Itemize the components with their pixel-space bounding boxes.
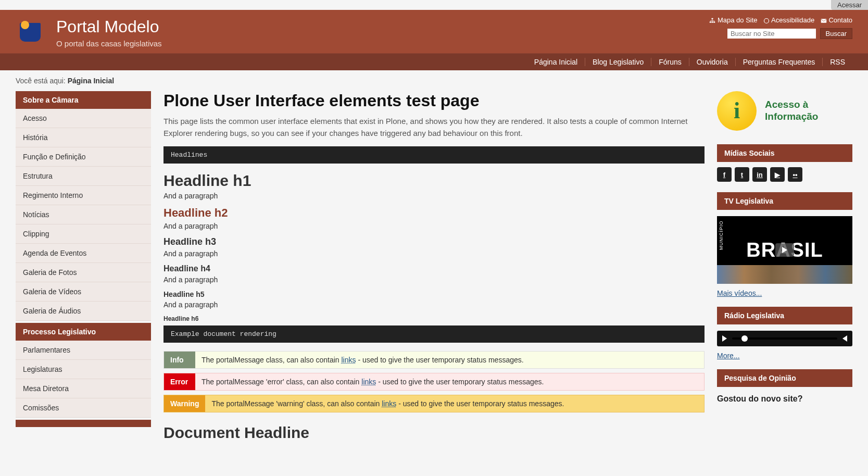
tv-video-thumb[interactable]: MUNICÍPIO BRASIL <box>717 216 852 284</box>
svg-rect-3 <box>714 21 715 22</box>
radio-player[interactable] <box>717 331 852 346</box>
nav-foruns[interactable]: Fóruns <box>651 58 689 66</box>
login-button[interactable]: Acessar <box>831 0 868 10</box>
info-access-banner[interactable]: i Acesso àInformação <box>717 91 852 135</box>
heading-h1: Headline h1 <box>163 172 705 190</box>
message-error: Error The portalMessage 'error' class, c… <box>163 373 705 391</box>
heading-h2: Headline h2 <box>163 206 705 220</box>
page-title: Plone User Interface elements test page <box>163 91 705 110</box>
portlet-poll-head: Pesquisa de Opinião <box>717 369 852 387</box>
sitemap-link[interactable]: Mapa do Site <box>709 16 759 24</box>
portlet-tv-head: TV Legislativa <box>717 192 852 210</box>
tv-municipio-label: MUNICÍPIO <box>719 221 724 250</box>
access-bar: Acessar <box>0 0 868 10</box>
svg-rect-1 <box>710 21 711 22</box>
poll-question: Gostou do novo site? <box>717 394 852 404</box>
nav-ouvidoria[interactable]: Ouvidoria <box>689 58 736 66</box>
accessibility-icon <box>763 18 770 24</box>
info-access-label: Acesso àInformação <box>765 99 818 123</box>
portlet-radio-head: Rádio Legislativa <box>717 307 852 324</box>
message-error-body: The portalMessage 'error' class, can als… <box>195 373 704 390</box>
twitter-icon[interactable]: t <box>735 167 749 182</box>
message-warning-label: Warning <box>164 395 205 412</box>
message-link[interactable]: links <box>382 399 396 408</box>
sidebar-item[interactable]: Galeria de Áudios <box>16 302 151 320</box>
breadcrumb-label: Você está aqui: <box>16 77 66 85</box>
linkedin-icon[interactable]: in <box>752 167 767 182</box>
youtube-icon[interactable]: ▶ <box>770 167 785 182</box>
sidebar-item[interactable]: Comissões <box>16 398 151 417</box>
message-link[interactable]: links <box>361 378 376 386</box>
paragraph: And a paragraph <box>163 222 705 230</box>
radio-volume-icon <box>842 335 847 342</box>
code-block: Example document rendering <box>163 325 705 343</box>
sitemap-icon <box>709 18 715 24</box>
sidebar-item[interactable]: Notícias <box>16 205 151 224</box>
nav-faq[interactable]: Perguntas Frequentes <box>736 58 823 66</box>
sidebar-item[interactable]: Clipping <box>16 224 151 243</box>
radio-track[interactable] <box>732 337 837 340</box>
sidebar-item[interactable]: Mesa Diretora <box>16 379 151 398</box>
svg-rect-2 <box>712 21 713 22</box>
message-info: Info The portalMessage class, can also c… <box>163 351 705 369</box>
svg-point-4 <box>764 18 769 23</box>
svg-rect-5 <box>821 19 827 23</box>
code-block: Headlines <box>163 146 705 164</box>
svg-rect-0 <box>712 18 713 19</box>
paragraph: And a paragraph <box>163 300 705 309</box>
sidebar-item[interactable]: Galeria de Vídeos <box>16 282 151 301</box>
sidebar-item[interactable]: Parlamentares <box>16 341 151 359</box>
message-info-label: Info <box>164 352 195 368</box>
facebook-icon[interactable]: f <box>717 167 732 182</box>
header-tools: Mapa do Site Acessibilidade Contato Busc… <box>705 16 852 39</box>
radio-more-link[interactable]: More... <box>717 352 852 360</box>
page-description: This page lists the common user interfac… <box>163 116 705 139</box>
nav-rss[interactable]: RSS <box>823 58 852 66</box>
sidebar-item[interactable]: Função e Definição <box>16 147 151 166</box>
radio-play-icon <box>722 335 727 342</box>
nav-home[interactable]: Página Inicial <box>527 58 585 66</box>
contact-link[interactable]: Contato <box>821 16 852 24</box>
sidebar-item[interactable]: Regimento Interno <box>16 186 151 205</box>
global-nav: Página Inicial Blog Legislativo Fóruns O… <box>0 53 868 70</box>
right-column: i Acesso àInformação Mídias Sociais f t … <box>717 91 852 404</box>
breadcrumb-current: Página Inicial <box>68 77 114 85</box>
nav-list-legislative: Parlamentares Legislaturas Mesa Diretora… <box>16 341 151 418</box>
sidebar-item[interactable]: Acesso <box>16 109 151 128</box>
search-input[interactable] <box>727 29 816 39</box>
site-header: Portal Modelo O portal das casas legisla… <box>0 10 868 53</box>
heading-h3: Headline h3 <box>163 236 705 247</box>
paragraph: And a paragraph <box>163 249 705 258</box>
play-icon <box>775 243 794 257</box>
sidebar-item[interactable]: Galeria de Fotos <box>16 263 151 282</box>
social-row: f t in ▶ •• <box>717 162 852 183</box>
site-title: Portal Modelo <box>56 18 162 36</box>
nav-blog[interactable]: Blog Legislativo <box>585 58 651 66</box>
sidebar-item[interactable]: Legislaturas <box>16 360 151 379</box>
paragraph: And a paragraph <box>163 192 705 200</box>
heading-h6: Headline h6 <box>163 315 705 322</box>
document-headline: Document Headline <box>163 424 705 442</box>
heading-h5: Headline h5 <box>163 290 705 298</box>
breadcrumb: Você está aqui: Página Inicial <box>0 70 868 91</box>
site-subtitle: O portal das casas legislativas <box>56 39 162 48</box>
nav-section-laws <box>16 420 151 427</box>
sidebar-item[interactable]: História <box>16 128 151 147</box>
sidebar-item[interactable]: Agenda de Eventos <box>16 244 151 262</box>
info-icon: i <box>717 91 757 131</box>
nav-section-about: Sobre a Câmara <box>16 91 151 109</box>
message-warning: Warning The portalMessage 'warning' clas… <box>163 395 705 412</box>
message-info-body: The portalMessage class, can also contai… <box>195 352 704 368</box>
left-column: Sobre a Câmara Acesso História Função e … <box>16 91 151 427</box>
flickr-icon[interactable]: •• <box>788 167 802 182</box>
message-error-label: Error <box>164 373 195 390</box>
tv-more-link[interactable]: Mais vídeos... <box>717 289 852 297</box>
accessibility-link[interactable]: Acessibilidade <box>763 16 816 24</box>
search-form: Buscar <box>705 28 852 39</box>
search-button[interactable]: Buscar <box>820 28 852 39</box>
message-warning-body: The portalMessage 'warning' class, can a… <box>205 395 704 412</box>
message-link[interactable]: links <box>341 356 356 364</box>
radio-knob[interactable] <box>741 335 748 342</box>
site-logo[interactable] <box>16 18 45 47</box>
sidebar-item[interactable]: Estrutura <box>16 167 151 185</box>
